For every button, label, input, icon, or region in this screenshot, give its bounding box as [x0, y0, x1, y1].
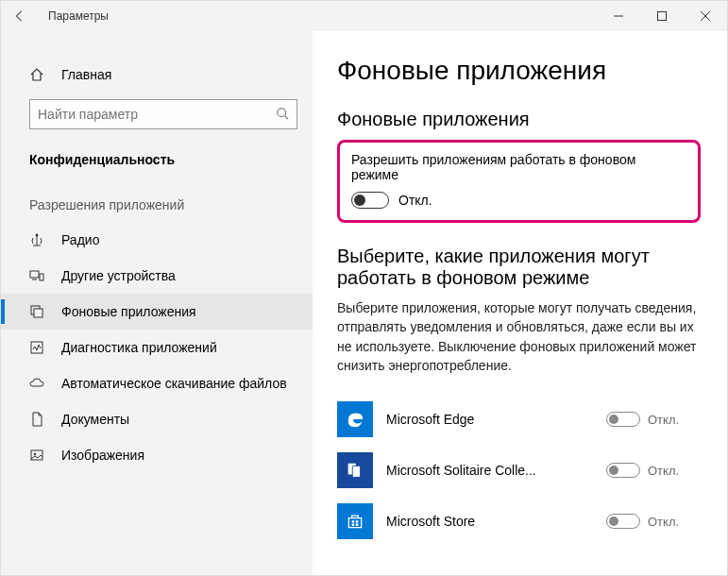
app-toggle-state: Откл. [648, 413, 679, 427]
svg-point-4 [278, 108, 286, 116]
svg-rect-22 [356, 524, 359, 527]
nav-home-label: Главная [61, 67, 111, 82]
diagnostics-icon [29, 340, 46, 355]
main-content: Фоновые приложения Фоновые приложения Ра… [313, 31, 727, 575]
app-row-solitaire: Microsoft Solitaire Colle... Откл. [337, 445, 701, 496]
app-toggle-state: Откл. [648, 515, 679, 529]
page-title: Фоновые приложения [337, 56, 701, 86]
devices-icon [29, 268, 46, 283]
sidebar-item-diagnostics[interactable]: Диагностика приложений [1, 330, 313, 365]
titlebar: Параметры [1, 1, 727, 31]
app-row-edge: Microsoft Edge Откл. [337, 394, 701, 445]
edge-icon [337, 401, 373, 437]
search-icon [276, 107, 289, 123]
sidebar-category: Конфиденциальность [1, 146, 313, 173]
svg-rect-9 [30, 271, 39, 278]
window-title: Параметры [39, 9, 109, 23]
app-name: Microsoft Edge [386, 412, 593, 427]
app-toggle-state: Откл. [648, 464, 679, 478]
master-toggle-state: Откл. [398, 193, 432, 208]
app-toggle-store[interactable] [606, 514, 640, 529]
sidebar-item-label: Документы [61, 412, 129, 427]
svg-rect-14 [31, 342, 42, 353]
sidebar: Главная Конфиденциальность Разрешения пр… [1, 31, 313, 575]
master-toggle-label: Разрешить приложениям работать в фоновом… [351, 152, 686, 182]
sidebar-item-label: Изображения [61, 448, 144, 463]
cloud-download-icon [29, 376, 46, 391]
sidebar-item-label: Радио [61, 232, 99, 247]
sidebar-item-label: Автоматическое скачивание файлов [61, 376, 287, 391]
sidebar-item-label: Диагностика приложений [61, 340, 217, 355]
minimize-icon [614, 11, 623, 21]
solitaire-icon [337, 452, 373, 488]
images-icon [29, 448, 46, 463]
store-icon [337, 503, 373, 539]
svg-rect-19 [352, 520, 355, 523]
app-name: Microsoft Solitaire Colle... [386, 463, 593, 478]
search-box[interactable] [29, 99, 297, 129]
svg-point-16 [34, 453, 36, 455]
section-description: Выберите приложения, которые могут получ… [337, 298, 701, 375]
svg-rect-21 [352, 524, 355, 527]
svg-rect-18 [352, 466, 360, 478]
svg-rect-20 [356, 520, 359, 523]
nav-home[interactable]: Главная [1, 59, 313, 90]
sidebar-item-radio[interactable]: Радио [1, 222, 313, 258]
home-icon [29, 67, 46, 82]
sidebar-section-header: Разрешения приложений [1, 192, 313, 218]
highlight-annotation: Разрешить приложениям работать в фоновом… [337, 140, 701, 223]
master-toggle-row: Откл. [351, 192, 686, 209]
sidebar-item-images[interactable]: Изображения [1, 437, 313, 473]
maximize-button[interactable] [640, 1, 684, 31]
document-icon [29, 412, 46, 427]
svg-rect-10 [40, 274, 43, 280]
app-toggle-edge[interactable] [606, 412, 640, 427]
arrow-left-icon [13, 9, 26, 23]
app-row-store: Microsoft Store Откл. [337, 496, 701, 547]
master-toggle[interactable] [351, 192, 389, 209]
maximize-icon [657, 11, 667, 21]
window-controls [597, 1, 727, 31]
back-button[interactable] [1, 1, 39, 31]
sidebar-item-label: Другие устройства [61, 268, 176, 283]
section-heading-choose: Выберите, какие приложения могут работат… [337, 246, 701, 289]
sidebar-item-label: Фоновые приложения [61, 304, 196, 319]
radio-icon [29, 232, 46, 247]
svg-point-7 [36, 234, 39, 237]
app-name: Microsoft Store [386, 514, 593, 529]
app-toggle-solitaire[interactable] [606, 463, 640, 478]
section-heading-master: Фоновые приложения [337, 109, 701, 130]
sidebar-item-documents[interactable]: Документы [1, 401, 313, 437]
search-input[interactable] [38, 107, 276, 122]
window-body: Главная Конфиденциальность Разрешения пр… [1, 31, 727, 575]
sidebar-item-background-apps[interactable]: Фоновые приложения [1, 294, 313, 330]
sidebar-item-other-devices[interactable]: Другие устройства [1, 258, 313, 294]
svg-rect-1 [658, 12, 667, 21]
sidebar-item-auto-download[interactable]: Автоматическое скачивание файлов [1, 365, 313, 401]
background-apps-icon [29, 304, 46, 319]
settings-window: Параметры Главная [0, 0, 728, 576]
close-button[interactable] [684, 1, 727, 31]
close-icon [701, 11, 710, 21]
svg-rect-13 [34, 309, 42, 317]
svg-line-5 [285, 115, 289, 119]
minimize-button[interactable] [597, 1, 640, 31]
